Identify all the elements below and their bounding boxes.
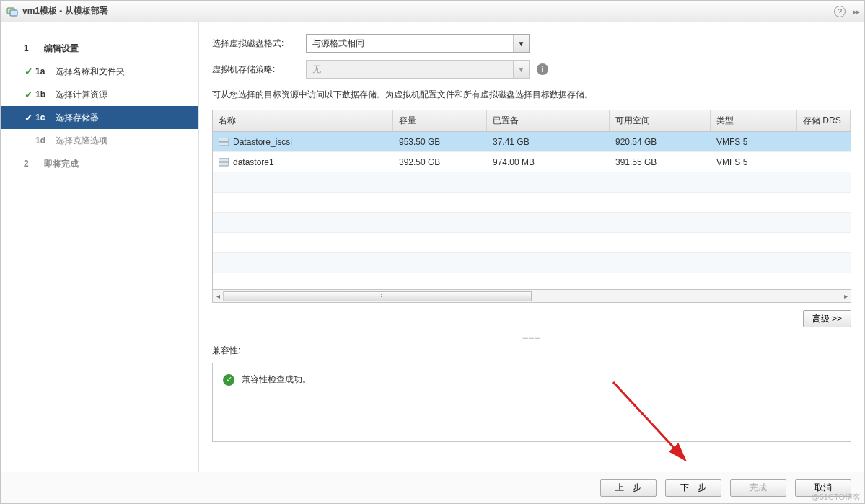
dialog-body: 1 编辑设置 ✓ 1a 选择名称和文件夹 ✓ 1b 选择计算资源 ✓ 1c 选择…: [1, 22, 864, 472]
svg-rect-3: [219, 142, 229, 146]
step-edit-settings[interactable]: 1 编辑设置: [1, 37, 198, 60]
chevron-down-icon: ▼: [513, 61, 529, 78]
table-row: [213, 253, 851, 273]
check-icon: ✓: [22, 89, 35, 100]
datastore-icon: [219, 158, 229, 167]
col-type[interactable]: 类型: [711, 110, 797, 131]
col-free[interactable]: 可用空间: [610, 110, 711, 131]
disk-format-select[interactable]: 与源格式相同 ▼: [306, 34, 530, 53]
table-row: [213, 233, 851, 253]
datastore-table: 名称 容量 已置备 可用空间 类型 存储 DRS Datastore_iscsi…: [212, 110, 851, 303]
table-header: 名称 容量 已置备 可用空间 类型 存储 DRS: [213, 110, 851, 132]
table-row: [213, 213, 851, 233]
col-provisioned[interactable]: 已置备: [487, 110, 610, 131]
table-body: Datastore_iscsi 953.50 GB 37.41 GB 920.5…: [213, 132, 851, 289]
next-button[interactable]: 下一步: [665, 479, 721, 497]
compatibility-label: 兼容性:: [212, 345, 851, 357]
scroll-track[interactable]: ⋮⋮: [223, 291, 840, 301]
splitter-handle[interactable]: ═══: [212, 335, 851, 340]
expand-icon[interactable]: ▸▸: [853, 6, 859, 17]
step-select-clone-options: 1d 选择克隆选项: [1, 129, 198, 152]
step-select-compute[interactable]: ✓ 1b 选择计算资源: [1, 83, 198, 106]
vm-template-icon: [6, 6, 18, 17]
wizard-steps-sidebar: 1 编辑设置 ✓ 1a 选择名称和文件夹 ✓ 1b 选择计算资源 ✓ 1c 选择…: [1, 22, 199, 472]
disk-format-label: 选择虚拟磁盘格式:: [212, 37, 306, 50]
compatibility-message: 兼容性检查成功。: [242, 373, 311, 386]
scroll-thumb[interactable]: ⋮⋮: [224, 291, 532, 301]
storage-description: 可从您选择的目标资源中访问以下数据存储。为虚拟机配置文件和所有虚拟磁盘选择目标数…: [212, 89, 851, 101]
dialog-title: vm1模板 - 从模板部署: [22, 5, 834, 17]
chevron-down-icon[interactable]: ▼: [513, 35, 529, 52]
table-row[interactable]: Datastore_iscsi 953.50 GB 37.41 GB 920.5…: [213, 132, 851, 152]
datastore-icon: [219, 138, 229, 146]
success-icon: ✓: [223, 374, 234, 386]
svg-rect-2: [219, 138, 229, 141]
svg-rect-4: [219, 158, 229, 162]
storage-policy-label: 虚拟机存储策略:: [212, 63, 306, 76]
titlebar-right: ? ▸▸: [834, 6, 859, 17]
row-storage-policy: 虚拟机存储策略: 无 ▼ i: [212, 60, 851, 79]
horizontal-scrollbar[interactable]: ◂ ⋮⋮ ▸: [213, 289, 851, 302]
scroll-left-icon[interactable]: ◂: [213, 292, 223, 300]
watermark: @51CTO博客: [812, 492, 861, 503]
dialog-footer: 上一步 下一步 完成 取消: [1, 472, 864, 503]
table-row: [213, 172, 851, 193]
table-row[interactable]: datastore1 392.50 GB 974.00 MB 391.55 GB…: [213, 152, 851, 172]
help-icon[interactable]: ?: [834, 6, 846, 17]
table-row: [213, 193, 851, 213]
back-button[interactable]: 上一步: [600, 479, 657, 497]
step-select-name-folder[interactable]: ✓ 1a 选择名称和文件夹: [1, 60, 198, 83]
advanced-button[interactable]: 高级 >>: [803, 310, 851, 327]
scroll-right-icon[interactable]: ▸: [840, 292, 851, 300]
compatibility-box: ✓ 兼容性检查成功。: [212, 363, 851, 442]
finish-button: 完成: [730, 479, 786, 497]
col-drs[interactable]: 存储 DRS: [797, 110, 851, 131]
info-icon[interactable]: i: [537, 63, 548, 75]
step-select-storage[interactable]: ✓ 1c 选择存储器: [1, 106, 198, 129]
check-icon: ✓: [22, 66, 35, 77]
svg-rect-5: [219, 162, 229, 166]
check-icon: ✓: [22, 112, 35, 123]
titlebar: vm1模板 - 从模板部署 ? ▸▸: [1, 1, 864, 22]
col-name[interactable]: 名称: [213, 110, 393, 131]
svg-rect-1: [10, 10, 17, 16]
storage-policy-select: 无 ▼: [306, 60, 530, 79]
row-disk-format: 选择虚拟磁盘格式: 与源格式相同 ▼: [212, 34, 851, 53]
col-capacity[interactable]: 容量: [393, 110, 487, 131]
advanced-row: 高级 >>: [212, 303, 851, 335]
deploy-from-template-dialog: vm1模板 - 从模板部署 ? ▸▸ 1 编辑设置 ✓ 1a 选择名称和文件夹 …: [0, 0, 865, 504]
content-pane: 选择虚拟磁盘格式: 与源格式相同 ▼ 虚拟机存储策略: 无 ▼ i 可从您选择的…: [199, 22, 864, 472]
table-row: [213, 273, 851, 289]
step-ready-to-complete: 2 即将完成: [1, 152, 198, 175]
